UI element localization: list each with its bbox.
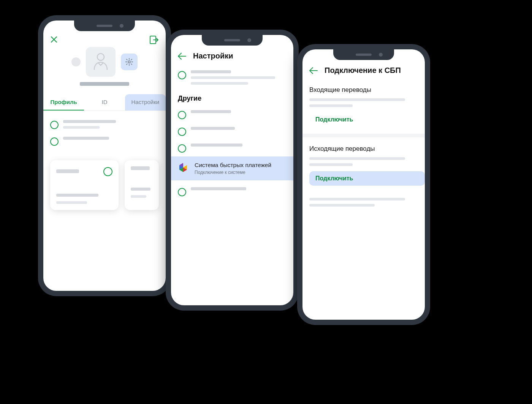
sbp-subtitle: Подключение к системе bbox=[195, 170, 271, 175]
phone-screen: Профиль ID Настройки bbox=[43, 21, 166, 291]
phone-screen: Настройки Другие bbox=[171, 35, 293, 305]
footnote bbox=[302, 196, 425, 207]
tab-profile[interactable]: Профиль bbox=[43, 94, 84, 110]
sbp-title: Система быстрых платежей bbox=[195, 162, 271, 169]
profile-header bbox=[43, 46, 166, 91]
bullet-icon bbox=[50, 137, 59, 146]
list-item[interactable] bbox=[178, 106, 287, 123]
back-icon[interactable] bbox=[309, 67, 318, 74]
connect-incoming-button[interactable]: Подключить bbox=[309, 112, 425, 127]
bullet-icon bbox=[50, 121, 59, 129]
sbp-item[interactable]: Система быстрых платежей Подключение к с… bbox=[171, 156, 293, 180]
list-item[interactable] bbox=[50, 133, 159, 150]
list-item[interactable] bbox=[50, 116, 159, 133]
profile-list bbox=[43, 111, 166, 150]
svg-point-2 bbox=[128, 61, 130, 63]
section-other: Другие bbox=[171, 88, 293, 105]
list-item[interactable] bbox=[178, 183, 287, 200]
list-item[interactable] bbox=[178, 140, 287, 156]
person-icon bbox=[92, 52, 109, 71]
top-bar bbox=[43, 31, 166, 46]
cards-row bbox=[43, 150, 166, 210]
phone-notch bbox=[333, 49, 394, 60]
incoming-heading: Входящие переводы bbox=[302, 79, 425, 97]
status-dot bbox=[71, 57, 81, 66]
phone-screen: Подключение к СБП Входящие переводы Подк… bbox=[302, 49, 425, 320]
header: Подключение к СБП bbox=[302, 60, 425, 79]
list-item[interactable] bbox=[178, 66, 287, 88]
gear-icon bbox=[125, 58, 133, 66]
bullet-icon bbox=[178, 71, 186, 79]
close-icon[interactable] bbox=[50, 36, 59, 44]
bullet-icon bbox=[178, 111, 186, 119]
header: Настройки bbox=[171, 46, 293, 64]
page-title: Настройки bbox=[193, 52, 233, 60]
tab-id[interactable]: ID bbox=[84, 94, 125, 110]
phone-notch bbox=[202, 35, 263, 46]
info-card[interactable] bbox=[50, 160, 119, 210]
logout-icon[interactable] bbox=[150, 36, 159, 44]
phone-sbp-connect: Подключение к СБП Входящие переводы Подк… bbox=[297, 44, 430, 325]
bullet-icon bbox=[178, 128, 186, 136]
list-item[interactable] bbox=[178, 123, 287, 140]
sbp-logo-icon bbox=[178, 162, 189, 175]
phone-settings: Настройки Другие bbox=[166, 30, 299, 311]
outgoing-heading: Исходящие переводы bbox=[302, 137, 425, 156]
svg-point-1 bbox=[97, 54, 104, 60]
tab-settings[interactable]: Настройки bbox=[125, 94, 166, 110]
bullet-icon bbox=[103, 167, 112, 176]
avatar[interactable] bbox=[86, 47, 116, 77]
incoming-text bbox=[302, 97, 425, 107]
back-icon[interactable] bbox=[178, 53, 186, 60]
page-title: Подключение к СБП bbox=[325, 66, 401, 75]
divider bbox=[302, 134, 425, 137]
profile-tabs: Профиль ID Настройки bbox=[43, 94, 166, 111]
bullet-icon bbox=[178, 188, 186, 196]
outgoing-text bbox=[302, 156, 425, 166]
phone-profile: Профиль ID Настройки bbox=[38, 15, 171, 296]
info-card[interactable] bbox=[125, 160, 159, 210]
settings-gear-button[interactable] bbox=[121, 54, 138, 70]
profile-name-placeholder bbox=[80, 82, 129, 86]
bullet-icon bbox=[178, 144, 186, 153]
phone-notch bbox=[74, 21, 135, 31]
connect-outgoing-button[interactable]: Подключить bbox=[309, 171, 425, 186]
